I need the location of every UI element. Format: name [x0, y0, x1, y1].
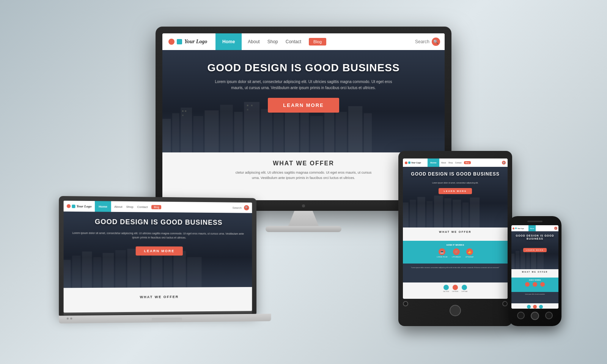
- phone-navbar: Your Logo Home 🔍: [511, 225, 558, 231]
- laptop-device: Your Logo Home About Shop Contact Blog S…: [59, 196, 271, 323]
- svg-rect-0: [162, 119, 171, 152]
- tablet-nav-about[interactable]: About: [441, 162, 446, 164]
- tablet-nav-search[interactable]: 🔍: [502, 161, 508, 165]
- phone-hero-title: GOOD DESIGN IS GOOD BUSINESS: [513, 234, 557, 241]
- phone-footer-icon-1: [527, 305, 531, 309]
- search-icon[interactable]: 🔍: [432, 38, 440, 46]
- tablet-nav-home[interactable]: Home: [428, 158, 439, 167]
- tablet-nav-blog[interactable]: Blog: [464, 161, 471, 164]
- svg-rect-36: [187, 257, 201, 287]
- phone-hero-content: GOOD DESIGN IS GOOD BUSINESS LEARN MORE: [511, 231, 558, 254]
- tablet-search-icon[interactable]: 🔍: [502, 161, 506, 165]
- nav-about-link[interactable]: About: [248, 39, 259, 44]
- tablet-hero-content: GOOD DESIGN IS GOOD BUSINESS Lorem ipsum…: [403, 167, 508, 197]
- laptop-logo-area: Your Logo: [64, 204, 95, 208]
- tablet-feature-3: 👍 LIPSUM AIT: [465, 248, 474, 258]
- phone-nav-home[interactable]: Home: [528, 225, 536, 231]
- monitor-stand-neck: [288, 211, 319, 226]
- svg-rect-43: [453, 200, 461, 228]
- svg-rect-38: [410, 200, 416, 228]
- tablet-screen: Your Logo Home About Shop Contact Blog 🔍: [403, 158, 508, 299]
- nav-shop-link[interactable]: Shop: [267, 39, 278, 44]
- laptop-nav-contact[interactable]: Contact: [137, 205, 148, 209]
- tablet-navbar: Your Logo Home About Shop Contact Blog 🔍: [403, 158, 508, 167]
- tablet-body: Your Logo Home About Shop Contact Blog 🔍: [398, 151, 512, 326]
- tablet-nav-contact[interactable]: Contact: [455, 162, 461, 164]
- laptop-nav-shop[interactable]: Shop: [126, 205, 134, 208]
- phone-speaker: [527, 221, 543, 222]
- learn-more-button[interactable]: LEARN MORE: [268, 98, 339, 113]
- laptop-offer-title: WHAT WE OFFER: [71, 295, 245, 300]
- tablet-cityscape: [403, 194, 480, 228]
- tablet-logo-text: Your Logo: [411, 162, 421, 164]
- laptop-navbar: Your Logo Home About Shop Contact Blog S…: [64, 201, 252, 213]
- phone-dark-section: Lorem ipsum dolor sit amet consectetur: [511, 292, 558, 303]
- tablet-hero: GOOD DESIGN IS GOOD BUSINESS Lorem ipsum…: [403, 167, 508, 228]
- tablet-home-btn[interactable]: [450, 305, 461, 316]
- hero-subtitle: Lorem ipsum dolor sit amet, consectetur …: [212, 79, 395, 91]
- phone-logo-text: Your Logo: [517, 228, 524, 229]
- logo-text: Your Logo: [184, 39, 207, 45]
- phone-device: Your Logo Home 🔍: [508, 216, 561, 326]
- svg-rect-28: [93, 257, 101, 288]
- phone-logo-square: [515, 228, 517, 229]
- phone-footer-icon-2: [533, 305, 537, 309]
- tablet-hero-subtitle: Lorem ipsum dolor sit amet, consectetur …: [406, 181, 505, 184]
- nav-home-link[interactable]: Home: [215, 33, 242, 50]
- tablet-website: Your Logo Home About Shop Contact Blog 🔍: [403, 158, 508, 299]
- laptop-nav-home[interactable]: Home: [95, 201, 111, 212]
- phone-menu-btn[interactable]: [545, 312, 553, 319]
- phone-feature-3: [540, 282, 545, 287]
- laptop-hero: GOOD DESIGN IS GOOD BUSINESS Lorem ipsum…: [64, 212, 252, 288]
- tablet-nav-shop[interactable]: Shop: [448, 162, 453, 164]
- laptop-screen: Your Logo Home About Shop Contact Blog S…: [64, 201, 252, 312]
- laptop-touchpad: [152, 318, 182, 322]
- phone-feature-1: [525, 282, 530, 287]
- tablet-offer-title: WHAT WE OFFER: [406, 231, 505, 233]
- svg-rect-45: [470, 198, 480, 228]
- desktop-logo-area: Your Logo: [162, 39, 215, 45]
- laptop-hero-subtitle: Lorem ipsum dolor sit amet, consectetur …: [68, 231, 248, 240]
- phone-home-btn[interactable]: [531, 312, 539, 320]
- hero-title: GOOD DESIGN IS GOOD BUSINESS: [170, 61, 437, 74]
- tablet-menu-btn[interactable]: [502, 301, 508, 306]
- laptop-what-we-offer: WHAT WE OFFER: [64, 287, 252, 313]
- phone-website: Your Logo Home 🔍: [511, 225, 558, 309]
- tablet-footer-item-1: CALL NOW: [443, 285, 449, 297]
- phone-what-we-offer: WHAT WE OFFER: [511, 269, 558, 278]
- tablet-nav-links: About Shop Contact Blog: [439, 161, 502, 164]
- desktop-navbar: Your Logo Home About Shop Contact Blog S…: [162, 33, 445, 50]
- svg-rect-41: [434, 196, 443, 228]
- phone-back-btn[interactable]: [517, 312, 525, 319]
- tablet-logo-square: [408, 162, 410, 164]
- laptop-hero-title: GOOD DESIGN IS GOOD BUSINESS: [68, 218, 248, 227]
- nav-blog-link[interactable]: Blog: [309, 38, 326, 46]
- tablet-learn-more-btn[interactable]: LEARN MORE: [439, 188, 472, 194]
- logo-square-icon: [177, 39, 182, 44]
- laptop-dot-2: [70, 317, 72, 319]
- svg-rect-39: [417, 197, 425, 228]
- phone-logo: Your Logo: [511, 228, 528, 229]
- tablet-footer-item-3: OUR TEAM: [461, 285, 467, 297]
- svg-rect-3: [193, 116, 203, 152]
- laptop-nav-links: About Shop Contact Blog: [111, 204, 232, 210]
- phone-search-icon[interactable]: 🔍: [554, 227, 557, 230]
- laptop-dots: [67, 317, 72, 319]
- laptop-nav-blog[interactable]: Blog: [151, 205, 161, 209]
- laptop-search-icon[interactable]: 🔍: [244, 205, 249, 210]
- laptop-nav-search[interactable]: Search 🔍: [232, 205, 252, 210]
- phone-learn-more-btn[interactable]: LEARN MORE: [523, 248, 547, 252]
- tablet-back-btn[interactable]: [403, 301, 408, 306]
- laptop-hero-content: GOOD DESIGN IS GOOD BUSINESS Lorem ipsum…: [64, 212, 252, 259]
- desktop-hero: GOOD DESIGN IS GOOD BUSINESS Lorem ipsum…: [162, 50, 445, 152]
- nav-contact-link[interactable]: Contact: [286, 39, 301, 44]
- phone-offer-title: WHAT WE OFFER: [513, 271, 557, 273]
- laptop-website: Your Logo Home About Shop Contact Blog S…: [64, 201, 252, 312]
- svg-rect-40: [426, 201, 432, 228]
- what-we-offer-title: WHAT WE OFFER: [170, 160, 437, 167]
- laptop-logo-circle: [67, 204, 71, 208]
- nav-search-area[interactable]: Search 🔍: [415, 38, 445, 46]
- laptop-learn-more-btn[interactable]: LEARN MORE: [135, 246, 183, 256]
- monitor-stand-base: [266, 226, 341, 232]
- laptop-nav-about[interactable]: About: [114, 205, 122, 208]
